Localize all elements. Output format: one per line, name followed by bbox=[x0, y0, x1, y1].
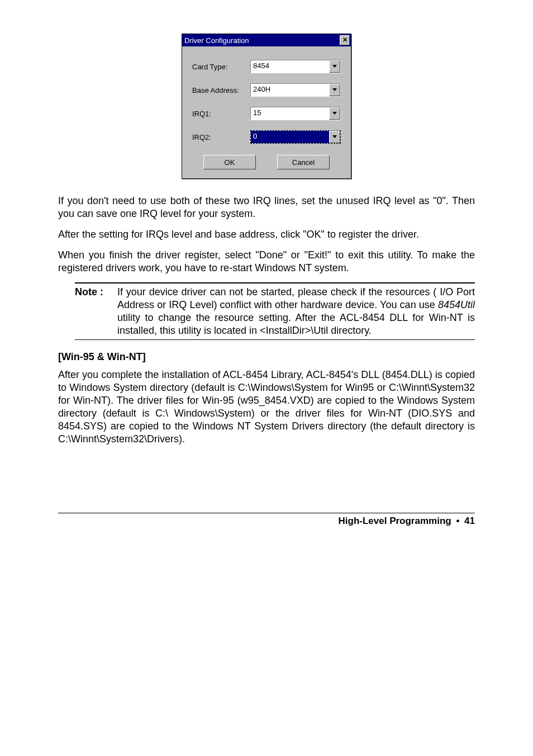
svg-marker-3 bbox=[332, 135, 337, 138]
irq1-select[interactable]: 15 bbox=[250, 107, 341, 120]
card-type-select[interactable]: 8454 bbox=[250, 60, 341, 73]
irq1-label: IRQ1: bbox=[192, 110, 250, 118]
driver-config-dialog: Driver Configuration ✕ Card Type: 8454 B… bbox=[182, 34, 351, 179]
chevron-down-icon[interactable] bbox=[329, 60, 340, 73]
chevron-down-icon[interactable] bbox=[329, 107, 340, 120]
note-label: Note : bbox=[75, 286, 117, 337]
base-address-value: 240H bbox=[251, 84, 329, 96]
footer-page-number: 41 bbox=[464, 516, 475, 526]
footer-bullet: • bbox=[454, 516, 461, 526]
chevron-down-icon[interactable] bbox=[329, 84, 340, 96]
svg-marker-2 bbox=[332, 112, 337, 115]
irq2-select[interactable]: 0 bbox=[250, 130, 341, 144]
chevron-down-icon[interactable] bbox=[329, 131, 340, 143]
page-footer: High-Level Programming • 41 bbox=[58, 513, 475, 527]
close-icon[interactable]: ✕ bbox=[340, 35, 350, 45]
note-box: Note : If your device driver can not be … bbox=[75, 282, 475, 340]
base-address-label: Base Address: bbox=[192, 86, 250, 94]
footer-section: High-Level Programming bbox=[339, 516, 451, 526]
svg-marker-0 bbox=[332, 65, 337, 68]
card-type-value: 8454 bbox=[251, 60, 329, 73]
base-address-select[interactable]: 240H bbox=[250, 83, 341, 97]
subheading-win95-winnt: [Win-95 & Win-NT] bbox=[58, 351, 475, 363]
irq1-value: 15 bbox=[251, 107, 329, 120]
card-type-label: Card Type: bbox=[192, 63, 250, 71]
ok-button[interactable]: OK bbox=[203, 155, 256, 169]
paragraph-4: After you complete the installation of A… bbox=[58, 368, 475, 446]
note-text: If your device driver can not be started… bbox=[117, 286, 475, 337]
dialog-title: Driver Configuration bbox=[184, 36, 249, 45]
svg-marker-1 bbox=[332, 88, 337, 91]
cancel-button[interactable]: Cancel bbox=[277, 155, 330, 169]
irq2-label: IRQ2: bbox=[192, 133, 250, 141]
dialog-titlebar: Driver Configuration ✕ bbox=[182, 34, 351, 46]
irq2-value: 0 bbox=[251, 131, 329, 143]
paragraph-3: When you finish the driver register, sel… bbox=[58, 249, 475, 275]
paragraph-1: If you don't need to use both of these t… bbox=[58, 195, 475, 220]
paragraph-2: After the setting for IRQs level and bas… bbox=[58, 228, 475, 241]
